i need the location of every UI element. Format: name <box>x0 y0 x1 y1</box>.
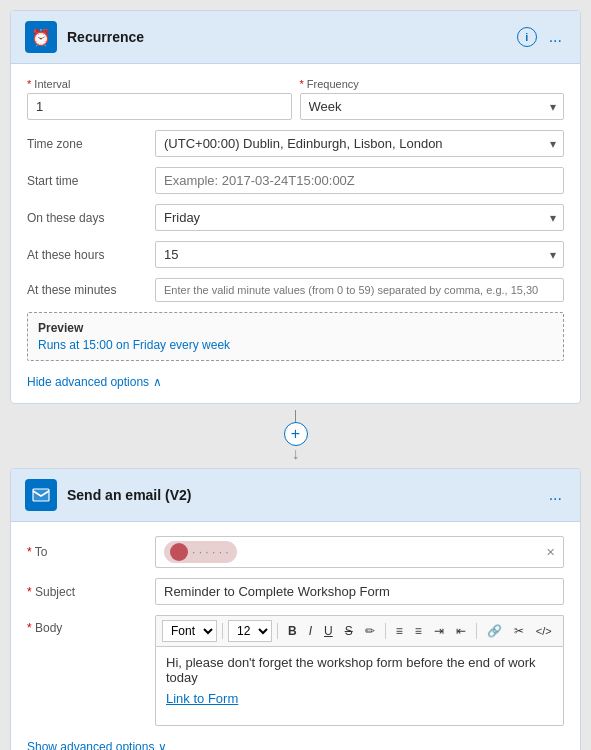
hide-advanced-chevron-icon: ∧ <box>153 375 162 389</box>
recurrence-title: Recurrence <box>67 29 507 45</box>
atthesehours-row: At these hours 15 ▾ <box>27 241 564 268</box>
body-field: Font 12 B I U S ✏ ≡ ≡ <box>155 615 564 726</box>
atthesehours-select-wrapper: 15 ▾ <box>155 241 564 268</box>
italic-button[interactable]: I <box>304 622 317 640</box>
starttime-input[interactable] <box>155 167 564 194</box>
code-button[interactable]: </> <box>531 623 557 639</box>
toolbar-sep-2 <box>277 623 278 639</box>
email-title: Send an email (V2) <box>67 487 535 503</box>
interval-label: Interval <box>27 78 292 90</box>
add-step-button[interactable]: + <box>284 422 308 446</box>
attheseminutes-row: At these minutes <box>27 278 564 302</box>
subject-label: Subject <box>27 585 147 599</box>
link-button[interactable]: 🔗 <box>482 622 507 640</box>
onthesedays-label: On these days <box>27 211 147 225</box>
recurrence-icon: ⏰ <box>25 21 57 53</box>
recurrence-more-button[interactable]: ... <box>545 26 566 48</box>
timezone-select[interactable]: (UTC+00:00) Dublin, Edinburgh, Lisbon, L… <box>155 130 564 157</box>
show-advanced-label: Show advanced options <box>27 740 154 750</box>
hide-advanced-label: Hide advanced options <box>27 375 149 389</box>
unlink-button[interactable]: ✂ <box>509 622 529 640</box>
timezone-row: Time zone (UTC+00:00) Dublin, Edinburgh,… <box>27 130 564 157</box>
hide-advanced-link[interactable]: Hide advanced options ∧ <box>27 375 162 389</box>
interval-field: Interval <box>27 78 292 120</box>
starttime-row: Start time <box>27 167 564 194</box>
page-wrapper: ⏰ Recurrence i ... Interval Frequ <box>10 10 581 750</box>
body-text: Hi, please don't forget the workshop for… <box>166 655 553 685</box>
subject-input[interactable] <box>155 578 564 605</box>
connector: + ↓ <box>284 404 308 468</box>
outdent-button[interactable]: ⇤ <box>451 622 471 640</box>
show-advanced-chevron-icon: ∨ <box>158 740 167 750</box>
attheseminutes-field <box>155 278 564 302</box>
subject-row: Subject <box>27 578 564 605</box>
frequency-select-wrapper: Week Day Hour Minute ▾ <box>300 93 565 120</box>
email-actions: ... <box>545 484 566 506</box>
preview-title: Preview <box>38 321 553 335</box>
toolbar-sep-1 <box>222 623 223 639</box>
connector-line-top <box>295 410 296 422</box>
bold-button[interactable]: B <box>283 622 302 640</box>
attheseminutes-label: At these minutes <box>27 283 147 297</box>
frequency-label: Frequency <box>300 78 565 90</box>
to-label: To <box>27 545 147 559</box>
ordered-list-button[interactable]: ≡ <box>410 622 427 640</box>
onthesedays-row: On these days Friday ▾ <box>27 204 564 231</box>
to-chip-close-button[interactable]: ✕ <box>546 546 555 559</box>
editor-content[interactable]: Hi, please don't forget the workshop for… <box>155 646 564 726</box>
editor-toolbar: Font 12 B I U S ✏ ≡ ≡ <box>155 615 564 646</box>
fontsize-select[interactable]: 12 <box>228 620 272 642</box>
onthesedays-select[interactable]: Friday <box>155 204 564 231</box>
preview-box: Preview Runs at 15:00 on Friday every we… <box>27 312 564 361</box>
indent-button[interactable]: ⇥ <box>429 622 449 640</box>
font-select[interactable]: Font <box>162 620 217 642</box>
recurrence-body: Interval Frequency Week Day Hour Minute … <box>11 64 580 403</box>
unordered-list-button[interactable]: ≡ <box>391 622 408 640</box>
starttime-label: Start time <box>27 174 147 188</box>
body-link[interactable]: Link to Form <box>166 691 238 706</box>
frequency-select[interactable]: Week Day Hour Minute <box>300 93 565 120</box>
starttime-field <box>155 167 564 194</box>
info-button[interactable]: i <box>517 27 537 47</box>
to-field-wrapper[interactable]: · · · · · · ✕ <box>155 536 564 568</box>
timezone-select-wrapper: (UTC+00:00) Dublin, Edinburgh, Lisbon, L… <box>155 130 564 157</box>
attheseminutes-input[interactable] <box>155 278 564 302</box>
connector-arrow-icon: ↓ <box>292 446 300 462</box>
to-row: To · · · · · · ✕ <box>27 536 564 568</box>
recurrence-header: ⏰ Recurrence i ... <box>11 11 580 64</box>
interval-input[interactable] <box>27 93 292 120</box>
to-avatar <box>170 543 188 561</box>
atthesehours-label: At these hours <box>27 248 147 262</box>
recurrence-card: ⏰ Recurrence i ... Interval Frequ <box>10 10 581 404</box>
email-icon <box>25 479 57 511</box>
timezone-label: Time zone <box>27 137 147 151</box>
toolbar-sep-3 <box>385 623 386 639</box>
to-chip-text: · · · · · · <box>192 545 229 559</box>
recurrence-actions: i ... <box>517 26 566 48</box>
to-chip: · · · · · · <box>164 541 237 563</box>
to-field: · · · · · · ✕ <box>155 536 564 568</box>
strikethrough-button[interactable]: S <box>340 622 358 640</box>
interval-frequency-row: Interval Frequency Week Day Hour Minute … <box>27 78 564 120</box>
email-header: Send an email (V2) ... <box>11 469 580 522</box>
onthesedays-select-wrapper: Friday ▾ <box>155 204 564 231</box>
email-card: Send an email (V2) ... To · · · · · · <box>10 468 581 750</box>
email-body: To · · · · · · ✕ Subject <box>11 522 580 750</box>
preview-text: Runs at 15:00 on Friday every week <box>38 338 553 352</box>
frequency-field: Frequency Week Day Hour Minute ▾ <box>300 78 565 120</box>
subject-field <box>155 578 564 605</box>
show-advanced-link[interactable]: Show advanced options ∨ <box>27 740 167 750</box>
toolbar-sep-4 <box>476 623 477 639</box>
body-label: Body <box>27 615 147 635</box>
atthesehours-select[interactable]: 15 <box>155 241 564 268</box>
color-button[interactable]: ✏ <box>360 622 380 640</box>
underline-button[interactable]: U <box>319 622 338 640</box>
body-row: Body Font 12 B I U S <box>27 615 564 726</box>
email-more-button[interactable]: ... <box>545 484 566 506</box>
svg-rect-0 <box>33 489 49 501</box>
